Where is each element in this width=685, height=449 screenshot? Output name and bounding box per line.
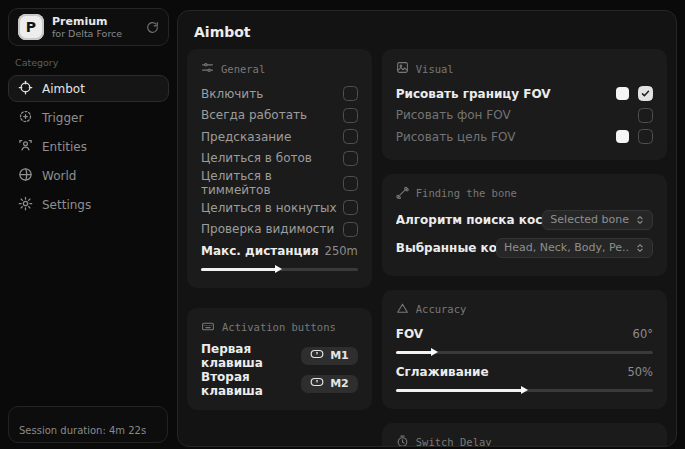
- slider-row-header: FOV 60°: [396, 324, 653, 346]
- sidebar-item-world[interactable]: World: [8, 162, 169, 189]
- switch-delay-panel: Switch Delay Задержка переключения Задер…: [382, 423, 667, 448]
- checkbox-visibility-check[interactable]: [343, 222, 358, 237]
- general-panel: General Включить Всегда работать Предска…: [187, 49, 372, 288]
- checkbox-target-teammates[interactable]: [343, 176, 358, 191]
- keybind-value: M2: [330, 377, 349, 390]
- smoothing-slider[interactable]: [396, 386, 653, 395]
- toggle-row: Проверка видимости: [201, 219, 358, 241]
- bone-panel-header: Finding the bone: [396, 186, 653, 201]
- page-title: Aimbot: [178, 11, 676, 49]
- activation-panel-header: Activation buttons: [201, 320, 358, 335]
- slider-label: FOV: [396, 327, 423, 341]
- sync-icon[interactable]: [146, 21, 159, 34]
- person-scan-icon: [18, 138, 33, 156]
- unfold-icon: [635, 243, 645, 253]
- slider-thumb[interactable]: [521, 386, 528, 394]
- panel-title: Finding the bone: [416, 187, 517, 199]
- checkbox-draw-fov-target[interactable]: [638, 129, 653, 144]
- sidebar-item-entities[interactable]: Entities: [8, 133, 169, 160]
- checkbox-target-knocked[interactable]: [343, 200, 358, 215]
- keybind-row: Первая клавиша M1: [201, 342, 358, 370]
- visual-label: Рисовать границу FOV: [396, 87, 551, 101]
- visual-panel: Visual Рисовать границу FOV Рисовать фон…: [382, 49, 667, 160]
- toggle-label: Включить: [201, 87, 263, 101]
- toggle-label: Предсказание: [201, 130, 291, 144]
- select-label: Выбранные кос: [396, 241, 504, 255]
- slider-thumb[interactable]: [275, 265, 282, 273]
- crosshair-icon: [18, 80, 33, 98]
- panel-title: Visual: [416, 63, 454, 75]
- session-duration-text: Session duration: 4m 22s: [19, 425, 146, 436]
- sidebar-item-trigger[interactable]: Trigger: [8, 104, 169, 131]
- sidebar-item-label: Settings: [42, 198, 91, 212]
- checkbox-target-bots[interactable]: [343, 151, 358, 166]
- select-row: Выбранные кос Head, Neck, Body, Pe..: [396, 236, 653, 260]
- panel-title: Accuracy: [416, 303, 467, 315]
- check-icon: [641, 89, 650, 98]
- sidebar-item-label: Entities: [42, 140, 87, 154]
- slider-thumb[interactable]: [431, 348, 438, 356]
- select-row: Алгоритм поиска кост Selected bone: [396, 208, 653, 232]
- sidebar-nav: Aimbot Trigger Entities: [0, 75, 177, 218]
- slider-value: 250m: [325, 244, 358, 258]
- right-column: Visual Рисовать границу FOV Рисовать фон…: [382, 49, 667, 447]
- visual-row: Рисовать границу FOV: [396, 83, 653, 105]
- slider-row-header: Сглаживание 50%: [396, 361, 653, 383]
- slider-value: 50%: [627, 365, 653, 379]
- sidebar-item-settings[interactable]: Settings: [8, 191, 169, 218]
- checkbox-draw-fov-background[interactable]: [638, 108, 653, 123]
- brand-title: Premium: [52, 15, 122, 28]
- selected-bones-select[interactable]: Head, Neck, Body, Pe..: [496, 238, 653, 258]
- toggle-row: Целиться в тиммейтов: [201, 169, 358, 197]
- checkbox-draw-fov-border[interactable]: [638, 86, 653, 101]
- toggle-row: Включить: [201, 83, 358, 105]
- toggle-row: Предсказание: [201, 126, 358, 148]
- sidebar-item-label: Aimbot: [42, 82, 85, 96]
- mouse-icon: [310, 377, 324, 390]
- sidebar-item-label: World: [42, 169, 76, 183]
- category-label: Category: [15, 57, 177, 68]
- keybind-row: Вторая клавиша M2: [201, 370, 358, 398]
- visual-label: Рисовать цель FOV: [396, 130, 516, 144]
- accuracy-panel: Accuracy FOV 60° Сглаживание 50%: [382, 290, 667, 409]
- toggle-row: Целиться в нокнутых: [201, 197, 358, 219]
- visual-row: Рисовать фон FOV: [396, 105, 653, 127]
- fov-slider[interactable]: [396, 348, 653, 357]
- brand-text: Premium for Delta Force: [52, 15, 122, 40]
- image-icon: [396, 61, 409, 76]
- sidebar-item-label: Trigger: [42, 111, 83, 125]
- keybind-label: Первая клавиша: [201, 342, 301, 370]
- content-grid: General Включить Всегда работать Предска…: [178, 49, 676, 447]
- toggle-label: Целиться в тиммейтов: [201, 169, 343, 197]
- clock-icon: [396, 435, 409, 448]
- left-column: General Включить Всегда работать Предска…: [187, 49, 372, 410]
- keybind-button-first[interactable]: M1: [301, 347, 358, 365]
- sidebar: P Premium for Delta Force Category Aimbo…: [0, 0, 177, 449]
- mouse-icon: [310, 349, 324, 362]
- toggle-row: Целиться в ботов: [201, 148, 358, 170]
- max-distance-slider[interactable]: [201, 265, 358, 274]
- finding-bone-panel: Finding the bone Алгоритм поиска кост Se…: [382, 174, 667, 276]
- panel-title: General: [221, 63, 265, 75]
- bone-algorithm-select[interactable]: Selected bone: [542, 210, 653, 230]
- checkbox-prediction[interactable]: [343, 129, 358, 144]
- checkbox-enable[interactable]: [343, 86, 358, 101]
- triangle-icon: [396, 302, 409, 317]
- slider-row-header: Макс. дистанция 250m: [201, 240, 358, 262]
- checkbox-always-work[interactable]: [343, 108, 358, 123]
- slider-label: Сглаживание: [396, 365, 489, 379]
- color-swatch[interactable]: [616, 130, 629, 143]
- accuracy-panel-header: Accuracy: [396, 302, 653, 317]
- general-panel-header: General: [201, 61, 358, 76]
- slider-label: Макс. дистанция: [201, 244, 319, 258]
- toggle-row: Всегда работать: [201, 105, 358, 127]
- visual-label: Рисовать фон FOV: [396, 108, 511, 122]
- color-swatch[interactable]: [616, 87, 629, 100]
- unfold-icon: [635, 215, 645, 225]
- session-duration-box: Session duration: 4m 22s: [8, 406, 168, 443]
- sidebar-item-aimbot[interactable]: Aimbot: [8, 75, 169, 102]
- toggle-label: Проверка видимости: [201, 222, 334, 236]
- keybind-button-second[interactable]: M2: [301, 375, 358, 393]
- toggle-label: Целиться в ботов: [201, 151, 312, 165]
- globe-icon: [18, 167, 33, 185]
